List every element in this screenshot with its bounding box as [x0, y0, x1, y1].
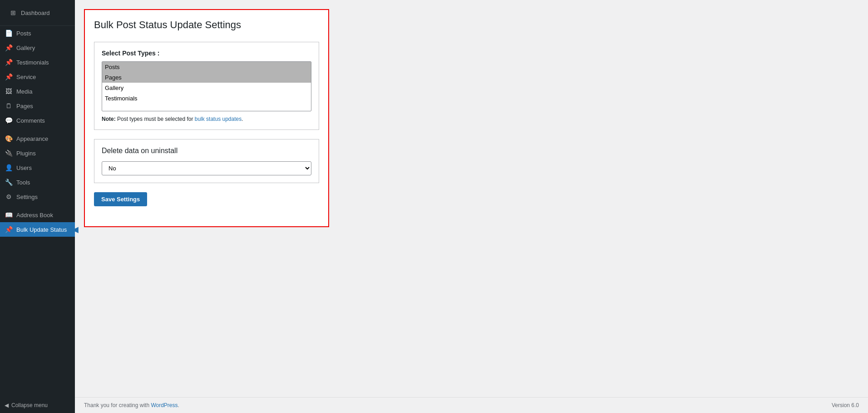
post-types-section: Select Post Types : Posts Pages Gallery … [94, 42, 319, 130]
sidebar-item-label: Posts [16, 30, 31, 37]
delete-section: Delete data on uninstall No Yes [94, 139, 319, 183]
sidebar-item-comments[interactable]: 💬 Comments [0, 113, 75, 128]
sidebar-item-label: Comments [16, 117, 45, 124]
sidebar-item-plugins[interactable]: 🔌 Plugins [0, 146, 75, 160]
testimonials-icon: 📌 [5, 59, 13, 66]
sidebar-item-tools[interactable]: 🔧 Tools [0, 175, 75, 189]
footer-version: Version 6.0 [832, 402, 859, 408]
media-icon: 🖼 [5, 88, 13, 95]
service-icon: 📌 [5, 73, 13, 80]
sidebar-item-label: Gallery [16, 45, 35, 51]
sidebar-item-label: Settings [16, 194, 38, 200]
save-settings-button[interactable]: Save Settings [94, 192, 147, 206]
note-bold: Note: [102, 116, 116, 122]
users-icon: 👤 [5, 164, 13, 171]
plugins-icon: 🔌 [5, 149, 13, 157]
delete-title: Delete data on uninstall [102, 147, 311, 155]
sidebar-item-users[interactable]: 👤 Users [0, 160, 75, 175]
sidebar-item-gallery[interactable]: 📌 Gallery [0, 40, 75, 55]
sidebar-item-label: Appearance [16, 135, 48, 142]
sidebar-item-posts[interactable]: 📄 Posts [0, 26, 75, 40]
main-content: Bulk Post Status Update Settings Select … [75, 0, 868, 413]
footer-period: . [178, 402, 179, 408]
footer-left: Thank you for creating with WordPress. [84, 402, 179, 408]
sidebar-item-address-book[interactable]: 📖 Address Book [0, 208, 75, 222]
note-text: Note: Post types must be selected for bu… [102, 116, 311, 122]
pages-icon: 🗒 [5, 102, 13, 109]
note-period: . [242, 116, 243, 122]
address-book-icon: 📖 [5, 211, 13, 219]
collapse-label: Collapse menu [11, 402, 48, 408]
sidebar-item-label: Users [16, 164, 32, 171]
posts-icon: 📄 [5, 30, 13, 37]
comments-icon: 💬 [5, 117, 13, 124]
footer-thank-you: Thank you for creating with [84, 402, 151, 408]
delete-select[interactable]: No Yes [102, 161, 311, 175]
sidebar-item-label: Pages [16, 103, 33, 109]
sidebar-item-testimonials[interactable]: 📌 Testimonials [0, 55, 75, 70]
gallery-icon: 📌 [5, 44, 13, 51]
sidebar-item-media[interactable]: 🖼 Media [0, 84, 75, 99]
bulk-update-icon: 📌 [5, 226, 13, 233]
sidebar-item-label: Dashboard [21, 10, 50, 16]
note-body: Post types must be selected for [117, 116, 195, 122]
sidebar-item-pages[interactable]: 🗒 Pages [0, 99, 75, 113]
sidebar-item-bulk-update-status[interactable]: 📌 Bulk Update Status ◀ [0, 222, 75, 237]
content-area: Bulk Post Status Update Settings Select … [75, 0, 868, 397]
appearance-icon: 🎨 [5, 135, 13, 142]
wordpress-link[interactable]: WordPress [151, 402, 178, 408]
page-title: Bulk Post Status Update Settings [94, 19, 319, 31]
sidebar-item-appearance[interactable]: 🎨 Appearance [0, 131, 75, 146]
settings-box: Bulk Post Status Update Settings Select … [84, 9, 329, 227]
option-posts[interactable]: Posts [102, 62, 311, 72]
sidebar-item-settings[interactable]: ⚙ Settings [0, 189, 75, 204]
post-types-select[interactable]: Posts Pages Gallery Testimonials [102, 61, 311, 111]
option-testimonials[interactable]: Testimonials [102, 93, 311, 104]
collapse-menu-button[interactable]: ◀ Collapse menu [0, 398, 75, 413]
tools-icon: 🔧 [5, 179, 13, 186]
sidebar: ⊞ Dashboard 📄 Posts 📌 Gallery 📌 Testimon… [0, 0, 75, 413]
option-gallery[interactable]: Gallery [102, 83, 311, 93]
bulk-status-link[interactable]: bulk status updates [195, 116, 242, 122]
sidebar-item-label: Address Book [16, 212, 53, 219]
settings-icon: ⚙ [5, 193, 13, 200]
sidebar-item-dashboard[interactable]: ⊞ Dashboard [5, 5, 70, 20]
dashboard-icon: ⊞ [9, 9, 17, 16]
active-arrow-icon: ◀ [72, 225, 79, 234]
sidebar-header: ⊞ Dashboard [0, 0, 75, 26]
sidebar-item-label: Bulk Update Status [16, 226, 67, 233]
option-pages[interactable]: Pages [102, 72, 311, 83]
collapse-icon: ◀ [5, 402, 9, 408]
sidebar-item-label: Service [16, 74, 36, 80]
sidebar-item-label: Plugins [16, 150, 36, 157]
footer: Thank you for creating with WordPress. V… [75, 397, 868, 413]
sidebar-item-service[interactable]: 📌 Service [0, 70, 75, 84]
post-types-label: Select Post Types : [102, 50, 311, 57]
sidebar-item-label: Testimonials [16, 59, 49, 66]
sidebar-item-label: Tools [16, 179, 30, 186]
sidebar-item-label: Media [16, 88, 32, 95]
